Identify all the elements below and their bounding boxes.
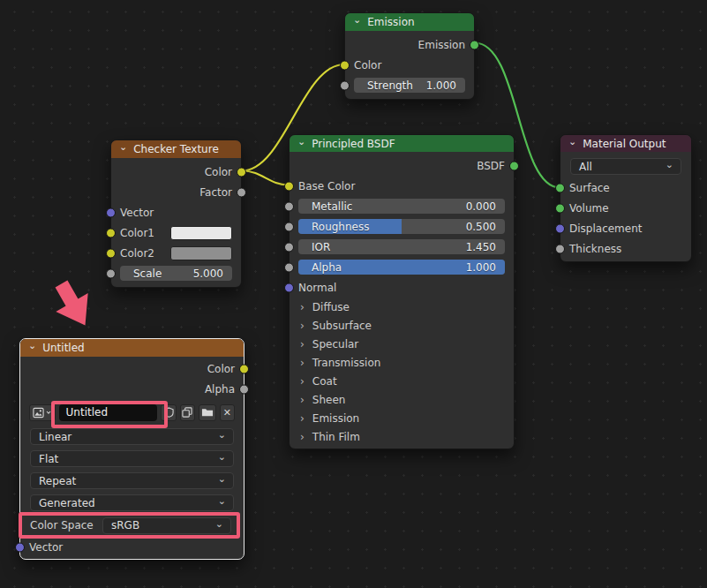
emission-node-header[interactable]: ⌄ Emission <box>345 13 474 31</box>
node-image-texture-untitled[interactable]: ⌄ Untitled Color Alpha <box>19 338 244 560</box>
color2-swatch[interactable] <box>170 246 232 260</box>
section-label: Transmission <box>312 357 381 369</box>
node-principled-bsdf[interactable]: ⌄ Principled BSDF BSDF Base Color Metall… <box>289 134 515 449</box>
socket-roughness-in[interactable] <box>284 222 294 231</box>
socket-checker-factor-out[interactable] <box>237 187 246 197</box>
output-label: Emission <box>418 39 465 51</box>
socket-alpha-in[interactable] <box>284 262 294 272</box>
target-dropdown[interactable]: All ⌄ <box>570 158 681 175</box>
output-label: Color <box>207 363 235 375</box>
image-node-header[interactable]: ⌄ Untitled <box>20 339 244 357</box>
socket-image-color-out[interactable] <box>239 364 249 373</box>
socket-volume-in[interactable] <box>555 203 565 213</box>
open-image-button[interactable] <box>199 404 216 421</box>
node-material-output[interactable]: ⌄ Material Output All ⌄ Surface Volume D… <box>560 134 692 262</box>
slider-label: IOR <box>312 241 330 253</box>
input-label: Base Color <box>298 180 355 192</box>
extension-dropdown[interactable]: Repeat ⌄ <box>30 472 234 489</box>
socket-checker-color2-in[interactable] <box>106 248 116 258</box>
interpolation-row: Linear ⌄ <box>20 426 244 448</box>
node-emission[interactable]: ⌄ Emission Emission Color Strength 1.000 <box>344 12 475 100</box>
color1-swatch[interactable] <box>170 226 232 240</box>
socket-image-alpha-out[interactable] <box>239 384 249 394</box>
socket-image-vector-in[interactable] <box>15 542 25 552</box>
source-row: Generated ⌄ <box>20 492 244 514</box>
source-dropdown[interactable]: Generated ⌄ <box>30 494 234 511</box>
section-coat[interactable]: › Coat <box>290 372 514 390</box>
socket-checker-color1-in[interactable] <box>106 228 116 237</box>
section-specular[interactable]: › Specular <box>290 335 514 353</box>
link-checker-color-to-base-color[interactable] <box>242 171 289 185</box>
ior-row: IOR 1.450 <box>290 237 514 257</box>
checker-color2-row: Color2 <box>111 243 241 263</box>
material-output-header[interactable]: ⌄ Material Output <box>560 135 691 152</box>
collapse-chevron-icon[interactable]: ⌄ <box>568 138 576 147</box>
section-sheen[interactable]: › Sheen <box>290 390 514 409</box>
socket-checker-vector-in[interactable] <box>106 207 116 217</box>
field-label: Scale <box>133 268 162 280</box>
image-name-field[interactable]: Untitled <box>59 404 158 421</box>
color-space-dropdown[interactable]: sRGB ⌄ <box>102 517 231 534</box>
section-emission[interactable]: › Emission <box>290 409 514 427</box>
input-label: Color1 <box>120 227 154 239</box>
unlink-button[interactable]: ✕ <box>220 404 235 421</box>
thickness-row: Thickness <box>560 238 691 259</box>
chevron-down-icon <box>46 410 51 415</box>
principled-node-header[interactable]: ⌄ Principled BSDF <box>290 135 514 152</box>
slider-value: 1.450 <box>466 241 496 253</box>
expand-chevron-icon: › <box>300 357 305 369</box>
browse-image-button[interactable] <box>29 404 56 421</box>
socket-base-color-in[interactable] <box>284 181 294 191</box>
projection-dropdown[interactable]: Flat ⌄ <box>30 450 234 467</box>
chevron-down-icon: ⌄ <box>218 429 226 441</box>
dropdown-value: Repeat <box>39 475 76 487</box>
scale-field[interactable]: Scale 5.000 <box>120 266 232 281</box>
socket-displacement-in[interactable] <box>555 223 565 233</box>
input-label: Vector <box>120 207 154 219</box>
checker-node-header[interactable]: ⌄ Checker Texture <box>111 140 241 158</box>
socket-surface-in[interactable] <box>555 183 565 192</box>
socket-checker-color-out[interactable] <box>237 167 246 177</box>
socket-emission-color-in[interactable] <box>340 60 350 70</box>
dropdown-value: Flat <box>39 453 58 465</box>
roughness-slider[interactable]: Roughness 0.500 <box>298 219 505 234</box>
bsdf-output-row: BSDF <box>290 155 514 176</box>
socket-thickness-in[interactable] <box>555 244 565 253</box>
node-checker-texture[interactable]: ⌄ Checker Texture Color Factor Vector Co… <box>110 139 242 288</box>
collapse-chevron-icon[interactable]: ⌄ <box>119 143 127 152</box>
section-subsurface[interactable]: › Subsurface <box>290 316 514 335</box>
alpha-slider[interactable]: Alpha 1.000 <box>298 260 505 275</box>
node-title: Checker Texture <box>133 143 219 155</box>
node-title: Untitled <box>42 342 84 354</box>
interpolation-dropdown[interactable]: Linear ⌄ <box>30 428 234 445</box>
socket-checker-scale-in[interactable] <box>106 268 116 278</box>
ior-slider[interactable]: IOR 1.450 <box>298 239 505 254</box>
section-transmission[interactable]: › Transmission <box>290 353 514 372</box>
collapse-chevron-icon[interactable]: ⌄ <box>28 342 36 351</box>
socket-metallic-in[interactable] <box>284 201 294 211</box>
checker-color-out-row: Color <box>111 162 241 182</box>
output-label: Alpha <box>205 383 235 396</box>
expand-chevron-icon: › <box>300 338 305 351</box>
field-label: Strength <box>367 79 413 92</box>
projection-row: Flat ⌄ <box>20 448 244 470</box>
section-diffuse[interactable]: › Diffuse <box>290 298 514 316</box>
strength-field[interactable]: Strength 1.000 <box>354 78 465 93</box>
collapse-chevron-icon[interactable]: ⌄ <box>353 16 361 25</box>
annotation-arrow <box>42 279 104 335</box>
chevron-down-icon: ⌄ <box>666 159 673 170</box>
socket-emission-strength-in[interactable] <box>340 80 350 90</box>
collapse-chevron-icon[interactable]: ⌄ <box>297 138 305 147</box>
socket-normal-in[interactable] <box>284 283 294 292</box>
node-editor-canvas[interactable]: ⌄ Emission Emission Color Strength 1.000 <box>0 0 707 588</box>
socket-ior-in[interactable] <box>284 242 294 252</box>
duplicate-data-button[interactable] <box>180 404 195 421</box>
metallic-slider[interactable]: Metallic 0.000 <box>298 199 505 214</box>
fake-user-button[interactable] <box>161 404 176 421</box>
node-title: Emission <box>367 16 414 28</box>
surface-row: Surface <box>560 177 691 198</box>
socket-bsdf-out[interactable] <box>509 161 519 170</box>
image-vector-row: Vector <box>20 537 244 557</box>
socket-emission-out[interactable] <box>470 40 479 49</box>
section-thin-film[interactable]: › Thin Film <box>290 427 514 446</box>
